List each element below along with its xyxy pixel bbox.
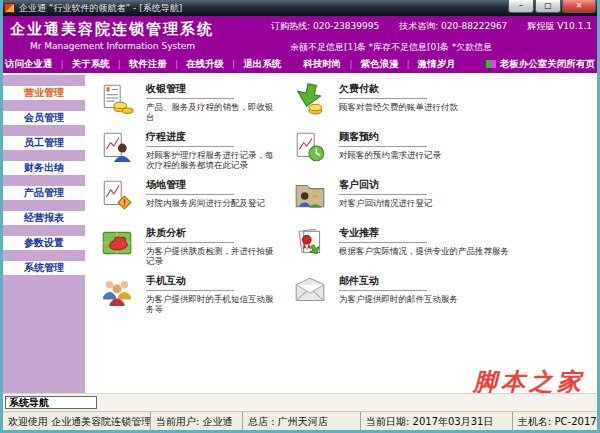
- feature-desc: 为客户提供即时的邮件互动服务: [339, 294, 458, 304]
- feature-text: 疗程进度 对顾客护理疗程服务进行记录，每次疗程的服务都填在此记录: [146, 130, 281, 174]
- theme-purple[interactable]: 紫色浪漫: [341, 58, 398, 71]
- feature-grid: 收银管理 产品、服务及疗程的销售，即收银台 欠费付款 顾客对曾经欠费的账单进行付…: [88, 78, 597, 328]
- menu-group-main: 访问企业通 关于系统 软件注册 在线升级 退出系统: [5, 58, 281, 71]
- feature-title[interactable]: 顾客预约: [339, 130, 441, 144]
- close-button[interactable]: ✕: [562, 0, 596, 13]
- feature-skin-analysis[interactable]: 肤质分析 为客户提供肤质检测，并进行拍摄记录: [88, 222, 281, 270]
- customer-visit-icon: [293, 178, 327, 212]
- maximize-button[interactable]: □: [535, 0, 561, 13]
- feature-text: 专业推荐 根据客户实际情况，提供专业的产品推荐服务: [339, 226, 509, 270]
- feature-desc: 对客户回访情况进行登记: [339, 198, 433, 208]
- menu-group-close: 关闭所有页 关闭当前页: [547, 58, 600, 71]
- color-swatch-icon: [486, 60, 496, 68]
- title-underline: [339, 98, 427, 99]
- menu-group-themes: 科技时尚 紫色浪漫 激情岁月: [303, 58, 455, 71]
- status-store: 总店 : 广州天河店: [243, 412, 361, 430]
- feature-mail[interactable]: 邮件互动 为客户提供即时的邮件互动服务: [281, 270, 597, 318]
- feature-text: 收银管理 产品、服务及疗程的销售，即收银台: [146, 82, 281, 126]
- sidebar-item-system[interactable]: 系统管理: [3, 261, 85, 275]
- mail-icon: [293, 274, 327, 308]
- window-controls: – □ ✕: [508, 0, 596, 13]
- boss-office-label[interactable]: 老板办公室: [500, 58, 548, 71]
- feature-title[interactable]: 邮件互动: [339, 274, 458, 288]
- sidebar-item-members[interactable]: 会员管理: [3, 111, 85, 125]
- feature-cashier[interactable]: 收银管理 产品、服务及疗程的销售，即收银台: [88, 78, 281, 126]
- minimize-button[interactable]: –: [508, 0, 534, 13]
- mobile-icon: [100, 274, 134, 308]
- sidebar-item-reports[interactable]: 经营报表: [3, 211, 85, 225]
- feature-desc: 顾客对曾经欠费的账单进行付款: [339, 102, 458, 112]
- status-current-user: 当前用户: 企业通: [151, 412, 243, 430]
- sidebar-item-finance[interactable]: 财务出纳: [3, 161, 85, 175]
- feature-title[interactable]: 肤质分析: [146, 226, 281, 240]
- sidebar-item-business[interactable]: 营业管理: [3, 86, 85, 100]
- feature-title[interactable]: 欠费付款: [339, 82, 458, 96]
- appointment-icon: [293, 130, 327, 164]
- nav-row: 系统导航: [3, 393, 597, 411]
- feature-venue[interactable]: 场地管理 对院内服务房间进行分配及登记: [88, 174, 281, 222]
- title-bar: 企业通 “行业软件的领航者” - [系统导航] – □ ✕: [0, 0, 600, 16]
- boss-office-item[interactable]: 老板办公室: [486, 58, 548, 71]
- status-hostname: 主机名: PC-201702201016: [513, 412, 597, 430]
- sidebar-item-products[interactable]: 产品管理: [3, 186, 85, 200]
- feature-text: 手机互动 为客户提供即时的手机短信互动服务等: [146, 274, 281, 318]
- feature-title[interactable]: 客户回访: [339, 178, 433, 192]
- recommendation-icon: [293, 226, 327, 260]
- feature-customer-visit[interactable]: 客户回访 对客户回访情况进行登记: [281, 174, 597, 222]
- feature-treatment-progress[interactable]: 疗程进度 对顾客护理疗程服务进行记录，每次疗程的服务都填在此记录: [88, 126, 281, 174]
- app-title: 企业通美容院连锁管理系统: [10, 20, 214, 39]
- app-icon: [4, 3, 15, 13]
- status-date: 当前日期: 2017年03月31日: [361, 412, 513, 430]
- sidebar-item-staff[interactable]: 员工管理: [3, 136, 85, 150]
- sidebar: 营业管理 会员管理 员工管理 财务出纳 产品管理 经营报表 参数设置 系统管理: [3, 75, 85, 393]
- feature-text: 邮件互动 为客户提供即时的邮件互动服务: [339, 274, 458, 318]
- app-window: 企业通 “行业软件的领航者” - [系统导航] – □ ✕ 企业通美容院连锁管理…: [0, 0, 600, 433]
- menu-bar: 访问企业通 关于系统 软件注册 在线升级 退出系统 科技时尚 紫色浪漫 激情岁月…: [0, 55, 600, 73]
- skin-analysis-icon: [100, 226, 134, 260]
- feature-desc: 产品、服务及疗程的销售，即收银台: [146, 102, 281, 122]
- title-underline: [146, 290, 234, 291]
- title-underline: [339, 290, 427, 291]
- feature-text: 客户回访 对客户回访情况进行登记: [339, 178, 433, 222]
- title-underline: [339, 242, 427, 243]
- app-header: 企业通美容院连锁管理系统 Mr Management Information S…: [0, 16, 600, 55]
- feature-recommendation[interactable]: 专业推荐 根据客户实际情况，提供专业的产品推荐服务: [281, 222, 597, 270]
- title-underline: [146, 146, 234, 147]
- feature-title[interactable]: 专业推荐: [339, 226, 509, 240]
- hotline-text: 订购热线: 020-23839995: [271, 20, 379, 33]
- theme-passion[interactable]: 激情岁月: [399, 58, 456, 71]
- feature-mobile[interactable]: 手机互动 为客户提供即时的手机短信互动服务等: [88, 270, 281, 318]
- feature-desc: 为客户提供即时的手机短信互动服务等: [146, 294, 281, 314]
- menu-item-register[interactable]: 软件注册: [110, 58, 167, 71]
- feature-desc: 对顾客的预约需求进行记录: [339, 150, 441, 160]
- sidebar-item-settings[interactable]: 参数设置: [3, 236, 85, 250]
- menu-item-about[interactable]: 关于系统: [53, 58, 110, 71]
- close-all-pages[interactable]: 关闭所有页: [547, 58, 595, 71]
- main-body: 营业管理 会员管理 员工管理 财务出纳 产品管理 经营报表 参数设置 系统管理 …: [3, 73, 597, 430]
- treatment-progress-icon: [100, 130, 134, 164]
- menu-item-upgrade[interactable]: 在线升级: [167, 58, 224, 71]
- feature-desc: 为客户提供肤质检测，并进行拍摄记录: [146, 246, 281, 266]
- feature-title[interactable]: 手机互动: [146, 274, 281, 288]
- feature-title[interactable]: 场地管理: [146, 178, 265, 192]
- feature-title[interactable]: 收银管理: [146, 82, 281, 96]
- feature-text: 肤质分析 为客户提供肤质检测，并进行拍摄记录: [146, 226, 281, 270]
- menu-item-visit-site[interactable]: 访问企业通: [5, 58, 53, 71]
- theme-tech[interactable]: 科技时尚: [303, 58, 341, 71]
- feature-appointment[interactable]: 顾客预约 对顾客的预约需求进行记录: [281, 126, 597, 174]
- feature-text: 顾客预约 对顾客的预约需求进行记录: [339, 130, 441, 174]
- venue-icon: [100, 178, 134, 212]
- feature-payment[interactable]: 欠费付款 顾客对曾经欠费的账单进行付款: [281, 78, 597, 126]
- feature-title[interactable]: 疗程进度: [146, 130, 281, 144]
- feature-desc: 对顾客护理疗程服务进行记录，每次疗程的服务都填在此记录: [146, 150, 281, 170]
- support-text: 技术咨询: 020-88222967: [399, 20, 507, 33]
- payment-icon: [293, 82, 327, 116]
- system-nav-box[interactable]: 系统导航: [5, 396, 97, 409]
- window-title: 企业通 “行业软件的领航者” - [系统导航]: [19, 2, 182, 15]
- menu-item-exit[interactable]: 退出系统: [224, 58, 281, 71]
- title-underline: [146, 98, 234, 99]
- close-current-page[interactable]: 关闭当前页: [595, 58, 600, 71]
- title-underline: [146, 194, 234, 195]
- status-bar: 欢迎使用 企业通美容院连锁管理系统 当前用户: 企业通 总店 : 广州天河店 当…: [3, 411, 597, 430]
- title-underline: [339, 194, 427, 195]
